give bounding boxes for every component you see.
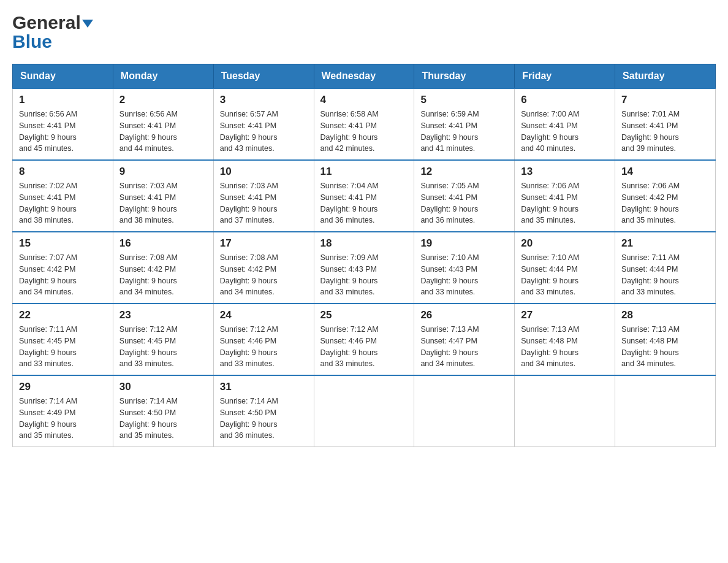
calendar-cell <box>314 375 414 447</box>
day-info: Sunrise: 6:58 AM Sunset: 4:41 PM Dayligh… <box>320 109 408 155</box>
day-info: Sunrise: 7:10 AM Sunset: 4:44 PM Dayligh… <box>521 252 609 298</box>
day-info: Sunrise: 7:06 AM Sunset: 4:42 PM Dayligh… <box>621 180 709 226</box>
day-info: Sunrise: 7:08 AM Sunset: 4:42 PM Dayligh… <box>119 252 207 298</box>
logo-blue-text: Blue <box>12 31 52 52</box>
day-number: 21 <box>621 237 709 250</box>
day-info: Sunrise: 7:12 AM Sunset: 4:46 PM Dayligh… <box>320 324 408 370</box>
calendar-cell <box>615 375 716 447</box>
day-number: 8 <box>19 166 107 178</box>
day-info: Sunrise: 7:12 AM Sunset: 4:46 PM Dayligh… <box>220 324 308 370</box>
calendar-cell: 31 Sunrise: 7:14 AM Sunset: 4:50 PM Dayl… <box>213 375 314 447</box>
day-number: 11 <box>320 166 408 178</box>
column-header-sunday: Sunday <box>13 64 113 89</box>
day-number: 2 <box>119 94 207 106</box>
calendar-cell: 21 Sunrise: 7:11 AM Sunset: 4:44 PM Dayl… <box>615 232 716 304</box>
calendar-cell: 5 Sunrise: 6:59 AM Sunset: 4:41 PM Dayli… <box>414 88 515 160</box>
calendar-cell: 8 Sunrise: 7:02 AM Sunset: 4:41 PM Dayli… <box>13 160 113 232</box>
column-header-saturday: Saturday <box>615 64 716 89</box>
day-info: Sunrise: 6:56 AM Sunset: 4:41 PM Dayligh… <box>19 109 107 155</box>
day-info: Sunrise: 7:08 AM Sunset: 4:42 PM Dayligh… <box>220 252 308 298</box>
day-number: 31 <box>220 381 308 393</box>
day-number: 22 <box>19 309 107 321</box>
calendar-cell: 20 Sunrise: 7:10 AM Sunset: 4:44 PM Dayl… <box>515 232 615 304</box>
calendar-cell: 17 Sunrise: 7:08 AM Sunset: 4:42 PM Dayl… <box>213 232 314 304</box>
day-info: Sunrise: 7:03 AM Sunset: 4:41 PM Dayligh… <box>220 180 308 226</box>
calendar-cell <box>414 375 515 447</box>
day-info: Sunrise: 7:07 AM Sunset: 4:42 PM Dayligh… <box>19 252 107 298</box>
day-info: Sunrise: 7:14 AM Sunset: 4:50 PM Dayligh… <box>119 396 207 442</box>
calendar-cell: 26 Sunrise: 7:13 AM Sunset: 4:47 PM Dayl… <box>414 304 515 375</box>
day-number: 3 <box>220 94 308 106</box>
calendar-cell: 16 Sunrise: 7:08 AM Sunset: 4:42 PM Dayl… <box>113 232 213 304</box>
day-info: Sunrise: 7:00 AM Sunset: 4:41 PM Dayligh… <box>521 109 609 155</box>
week-row-3: 15 Sunrise: 7:07 AM Sunset: 4:42 PM Dayl… <box>13 232 716 304</box>
calendar-cell: 9 Sunrise: 7:03 AM Sunset: 4:41 PM Dayli… <box>113 160 213 232</box>
calendar-cell: 3 Sunrise: 6:57 AM Sunset: 4:41 PM Dayli… <box>213 88 314 160</box>
day-info: Sunrise: 7:13 AM Sunset: 4:48 PM Dayligh… <box>521 324 609 370</box>
day-number: 17 <box>220 237 308 250</box>
column-header-wednesday: Wednesday <box>314 64 414 89</box>
calendar-header-row: SundayMondayTuesdayWednesdayThursdayFrid… <box>13 64 716 89</box>
calendar-cell: 10 Sunrise: 7:03 AM Sunset: 4:41 PM Dayl… <box>213 160 314 232</box>
day-number: 24 <box>220 309 308 321</box>
day-number: 27 <box>521 309 609 321</box>
calendar-cell: 1 Sunrise: 6:56 AM Sunset: 4:41 PM Dayli… <box>13 88 113 160</box>
calendar-cell: 2 Sunrise: 6:56 AM Sunset: 4:41 PM Dayli… <box>113 88 213 160</box>
logo: General Blue <box>12 12 93 52</box>
day-info: Sunrise: 7:12 AM Sunset: 4:45 PM Dayligh… <box>119 324 207 370</box>
week-row-4: 22 Sunrise: 7:11 AM Sunset: 4:45 PM Dayl… <box>13 304 716 375</box>
day-info: Sunrise: 7:11 AM Sunset: 4:45 PM Dayligh… <box>19 324 107 370</box>
day-number: 6 <box>521 94 609 106</box>
day-number: 28 <box>621 309 709 321</box>
day-info: Sunrise: 7:13 AM Sunset: 4:47 PM Dayligh… <box>420 324 508 370</box>
day-number: 13 <box>521 166 609 178</box>
calendar-cell: 12 Sunrise: 7:05 AM Sunset: 4:41 PM Dayl… <box>414 160 515 232</box>
day-number: 19 <box>420 237 508 250</box>
day-info: Sunrise: 7:01 AM Sunset: 4:41 PM Dayligh… <box>621 109 709 155</box>
calendar-cell: 29 Sunrise: 7:14 AM Sunset: 4:49 PM Dayl… <box>13 375 113 447</box>
calendar-cell: 6 Sunrise: 7:00 AM Sunset: 4:41 PM Dayli… <box>515 88 615 160</box>
column-header-monday: Monday <box>113 64 213 89</box>
day-info: Sunrise: 7:14 AM Sunset: 4:49 PM Dayligh… <box>19 396 107 442</box>
day-info: Sunrise: 7:03 AM Sunset: 4:41 PM Dayligh… <box>119 180 207 226</box>
calendar-cell: 11 Sunrise: 7:04 AM Sunset: 4:41 PM Dayl… <box>314 160 414 232</box>
calendar-cell: 28 Sunrise: 7:13 AM Sunset: 4:48 PM Dayl… <box>615 304 716 375</box>
week-row-2: 8 Sunrise: 7:02 AM Sunset: 4:41 PM Dayli… <box>13 160 716 232</box>
calendar-cell: 30 Sunrise: 7:14 AM Sunset: 4:50 PM Dayl… <box>113 375 213 447</box>
calendar-cell: 7 Sunrise: 7:01 AM Sunset: 4:41 PM Dayli… <box>615 88 716 160</box>
calendar-cell: 18 Sunrise: 7:09 AM Sunset: 4:43 PM Dayl… <box>314 232 414 304</box>
column-header-thursday: Thursday <box>414 64 515 89</box>
day-info: Sunrise: 7:04 AM Sunset: 4:41 PM Dayligh… <box>320 180 408 226</box>
calendar-table: SundayMondayTuesdayWednesdayThursdayFrid… <box>12 64 716 447</box>
calendar-cell: 23 Sunrise: 7:12 AM Sunset: 4:45 PM Dayl… <box>113 304 213 375</box>
day-number: 29 <box>19 381 107 393</box>
day-number: 14 <box>621 166 709 178</box>
calendar-cell: 4 Sunrise: 6:58 AM Sunset: 4:41 PM Dayli… <box>314 88 414 160</box>
day-info: Sunrise: 7:06 AM Sunset: 4:41 PM Dayligh… <box>521 180 609 226</box>
day-number: 26 <box>420 309 508 321</box>
day-number: 20 <box>521 237 609 250</box>
day-number: 12 <box>420 166 508 178</box>
day-info: Sunrise: 6:56 AM Sunset: 4:41 PM Dayligh… <box>119 109 207 155</box>
day-info: Sunrise: 7:10 AM Sunset: 4:43 PM Dayligh… <box>420 252 508 298</box>
calendar-cell: 14 Sunrise: 7:06 AM Sunset: 4:42 PM Dayl… <box>615 160 716 232</box>
logo-text: General <box>12 12 93 33</box>
day-number: 23 <box>119 309 207 321</box>
day-number: 10 <box>220 166 308 178</box>
day-info: Sunrise: 6:57 AM Sunset: 4:41 PM Dayligh… <box>220 109 308 155</box>
week-row-1: 1 Sunrise: 6:56 AM Sunset: 4:41 PM Dayli… <box>13 88 716 160</box>
day-info: Sunrise: 7:09 AM Sunset: 4:43 PM Dayligh… <box>320 252 408 298</box>
day-info: Sunrise: 7:02 AM Sunset: 4:41 PM Dayligh… <box>19 180 107 226</box>
calendar-cell <box>515 375 615 447</box>
day-info: Sunrise: 6:59 AM Sunset: 4:41 PM Dayligh… <box>420 109 508 155</box>
day-info: Sunrise: 7:14 AM Sunset: 4:50 PM Dayligh… <box>220 396 308 442</box>
column-header-friday: Friday <box>515 64 615 89</box>
day-number: 25 <box>320 309 408 321</box>
day-number: 30 <box>119 381 207 393</box>
day-number: 15 <box>19 237 107 250</box>
calendar-cell: 25 Sunrise: 7:12 AM Sunset: 4:46 PM Dayl… <box>314 304 414 375</box>
column-header-tuesday: Tuesday <box>213 64 314 89</box>
calendar-cell: 19 Sunrise: 7:10 AM Sunset: 4:43 PM Dayl… <box>414 232 515 304</box>
day-number: 18 <box>320 237 408 250</box>
day-info: Sunrise: 7:05 AM Sunset: 4:41 PM Dayligh… <box>420 180 508 226</box>
